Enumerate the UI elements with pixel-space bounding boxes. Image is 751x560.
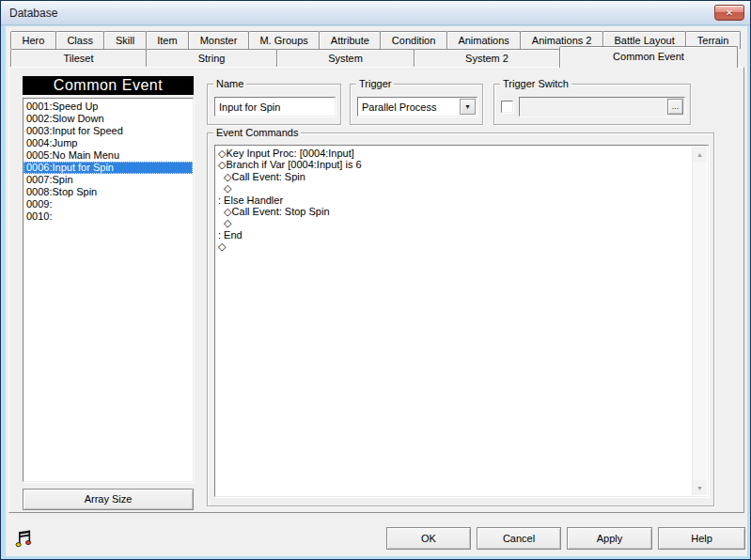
tab-system[interactable]: System <box>276 49 415 67</box>
database-window: Database ✕ Hero Class Skill Item Monster… <box>0 0 751 560</box>
event-commands-list[interactable]: ◇Key Input Proc: [0004:Input] ◇Branch if… <box>214 145 709 497</box>
trigger-group: Trigger Parallel Process ▼ <box>350 84 483 125</box>
chevron-down-icon: ▼ <box>464 103 471 110</box>
list-item[interactable]: 0004:Jump <box>23 137 193 149</box>
help-button[interactable]: Help <box>658 527 745 550</box>
list-item[interactable]: 0008:Stop Spin <box>23 186 193 198</box>
event-command-lines: ◇Key Input Proc: [0004:Input] ◇Branch if… <box>216 148 691 494</box>
list-item[interactable]: 0007:Spin <box>23 174 193 186</box>
trigger-switch-browse-button[interactable]: ... <box>667 99 683 115</box>
event-command-line[interactable]: : End <box>216 229 691 241</box>
list-item[interactable]: 0005:No Main Menu <box>23 149 193 162</box>
dialog-buttons: OK Cancel Apply Help <box>386 527 745 550</box>
event-commands-group-label: Event Commands <box>213 126 301 139</box>
name-group-label: Name <box>213 77 246 90</box>
list-item[interactable]: 0003:Input for Speed <box>23 125 193 137</box>
event-command-line[interactable]: ◇Call Event: Stop Spin <box>216 206 691 217</box>
tab-tileset[interactable]: Tileset <box>10 49 147 67</box>
tab-hero[interactable]: Hero <box>10 31 56 49</box>
event-command-line[interactable]: : Else Handler <box>216 194 691 206</box>
apply-button[interactable]: Apply <box>567 527 652 550</box>
tab-condition[interactable]: Condition <box>380 31 447 49</box>
common-event-tab-page: Common Event 0001:Speed Up 0002:Slow Dow… <box>8 67 744 513</box>
tab-string[interactable]: String <box>146 49 277 67</box>
tab-system-2[interactable]: System 2 <box>414 49 560 67</box>
tab-item[interactable]: Item <box>146 31 189 49</box>
name-group: Name <box>207 84 341 125</box>
dropdown-button[interactable]: ▼ <box>460 99 476 115</box>
trigger-switch-checkbox[interactable] <box>501 101 513 113</box>
tab-class[interactable]: Class <box>55 31 105 49</box>
window-title: Database <box>9 7 714 20</box>
tab-m-groups[interactable]: M. Groups <box>248 31 320 49</box>
event-command-line[interactable]: ◇Branch if Var [0004:Input] is 6 <box>216 159 691 170</box>
common-event-list[interactable]: 0001:Speed Up 0002:Slow Down 0003:Input … <box>23 98 194 482</box>
vertical-scrollbar[interactable]: ▲ ▼ <box>692 147 707 495</box>
trigger-switch-field: ... <box>519 97 685 117</box>
client-area: Hero Class Skill Item Monster M. Groups … <box>6 26 747 556</box>
tab-skill[interactable]: Skill <box>103 31 146 49</box>
title-bar[interactable]: Database ✕ <box>1 1 750 25</box>
event-commands-group: Event Commands ◇Key Input Proc: [0004:In… <box>207 132 714 506</box>
scroll-down-icon[interactable]: ▼ <box>693 480 707 495</box>
music-note-icon <box>14 529 35 550</box>
tab-common-event[interactable]: Common Event <box>559 46 738 68</box>
list-item-selected[interactable]: 0006:Input for Spin <box>23 162 193 174</box>
tab-row-2: Tileset String System System 2 Common Ev… <box>10 49 741 67</box>
close-icon: ✕ <box>726 8 733 18</box>
common-event-list-header: Common Event <box>23 76 194 95</box>
event-command-line[interactable]: ◇ <box>216 241 691 252</box>
tab-attribute[interactable]: Attribute <box>319 31 381 49</box>
close-button[interactable]: ✕ <box>714 5 744 21</box>
event-command-line[interactable]: ◇ <box>216 217 691 228</box>
event-command-line[interactable]: ◇Key Input Proc: [0004:Input] <box>216 148 691 159</box>
list-item[interactable]: 0001:Speed Up <box>23 101 193 113</box>
array-size-button[interactable]: Array Size <box>23 489 194 510</box>
event-command-line[interactable]: ◇ <box>216 182 691 194</box>
event-command-line[interactable]: ◇Call Event: Spin <box>216 171 691 182</box>
list-item[interactable]: 0009: <box>23 198 193 210</box>
ok-button[interactable]: OK <box>386 527 471 550</box>
trigger-switch-group: Trigger Switch ... <box>493 84 691 125</box>
tab-animations[interactable]: Animations <box>446 31 521 49</box>
cancel-button[interactable]: Cancel <box>477 527 561 550</box>
tab-monster[interactable]: Monster <box>188 31 249 49</box>
name-input[interactable] <box>214 97 336 117</box>
trigger-dropdown[interactable]: Parallel Process ▼ <box>357 97 477 117</box>
trigger-dropdown-value: Parallel Process <box>358 101 460 113</box>
list-item[interactable]: 0010: <box>23 210 193 223</box>
scroll-up-icon[interactable]: ▲ <box>693 147 707 162</box>
list-item[interactable]: 0002:Slow Down <box>23 113 193 125</box>
trigger-group-label: Trigger <box>356 77 394 90</box>
trigger-switch-group-label: Trigger Switch <box>500 77 571 90</box>
